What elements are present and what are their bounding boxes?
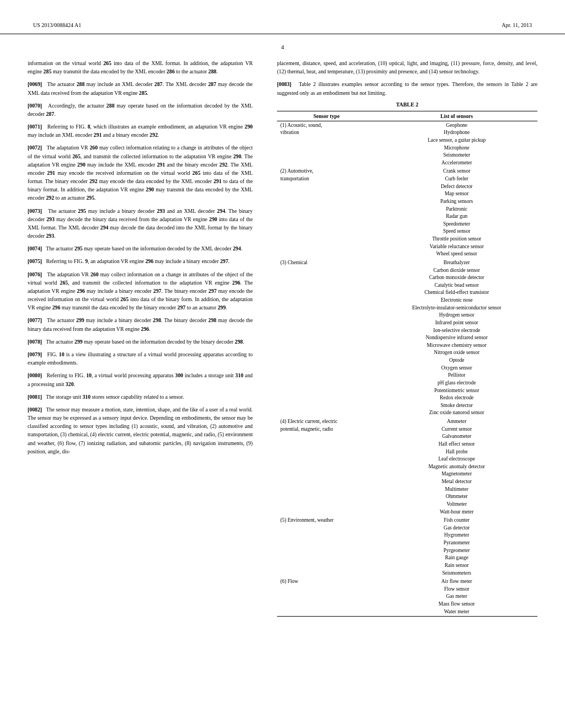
para-0076: [0076] The adaptation VR 260 may collect… [28, 270, 253, 312]
table-header-type: Sensor type [277, 111, 376, 121]
table-row: (1) Acoustic, sound,vibration GeophoneHy… [277, 121, 537, 167]
sensor-item: Speedometer [379, 221, 534, 228]
sensor-item: Map sensor [379, 190, 534, 198]
table-title: TABLE 2 [277, 101, 537, 108]
para-0081: [0081] The storage unit 310 stores senso… [28, 393, 253, 401]
sensor-type-cell: (6) Flow [277, 577, 376, 617]
sensor-item: Carbon dioxide sensor [379, 267, 534, 275]
right-column: placement, distance, speed, and accelera… [265, 59, 537, 617]
sensor-item: Water meter [379, 608, 534, 616]
sensor-item: Ohmmeter [379, 493, 534, 501]
table-header-list: List of sensors [376, 111, 537, 121]
sensor-item: Current sensor [379, 426, 534, 433]
sensor-item: Gas meter [379, 593, 534, 601]
sensor-item: Galvanometer [379, 433, 534, 441]
sensor-table: Sensor type List of sensors (1) Acoustic… [277, 111, 537, 617]
sensor-type-cell: (1) Acoustic, sound,vibration [277, 121, 376, 167]
table-row: (3) Chemical BreathalyzerCarbon dioxide … [277, 259, 537, 417]
sensor-item: Hygrometer [379, 532, 534, 539]
sensor-item: Redox electrode [379, 394, 534, 402]
para-0070: [0070] Accordingly, the actuator 288 may… [28, 101, 253, 118]
para-0079: [0079] FIG. 10 is a view illustrating a … [28, 350, 253, 367]
sensor-item: Ion-selective electrode [379, 327, 534, 335]
patent-number: US 2013/0088424 A1 [33, 22, 81, 28]
sensor-type-cell: (5) Environment, weather [277, 516, 376, 577]
sensor-item: Nondispersive infrared sensor [379, 334, 534, 342]
para-0080: [0080] Referring to FIG. 10, a virtual w… [28, 371, 253, 388]
sensor-item: Electronic nose [379, 297, 534, 304]
sensor-list-cell: Fish counterGas detectorHygrometerPyrano… [376, 516, 537, 577]
sensor-item: Gas detector [379, 524, 534, 532]
sensor-item: Accelerometer [379, 159, 534, 167]
sensor-list-cell: AmmeterCurrent sensorGalvanometerHall ef… [376, 417, 537, 516]
sensor-item: Pyranometer [379, 539, 534, 547]
para-intro: information on the virtual world 265 int… [28, 59, 253, 76]
sensor-list-cell: Crank sensorCurb feelerDefect detectorMa… [376, 167, 537, 259]
sensor-item: Speed sensor [379, 228, 534, 235]
para-0077: [0077] The actuator 299 may include a bi… [28, 316, 253, 333]
page: US 2013/0088424 A1 Apr. 11, 2013 4 infor… [0, 0, 565, 728]
content-columns: information on the virtual world 265 int… [0, 59, 565, 617]
sensor-item: Microwave chemistry sensor [379, 342, 534, 350]
para-0082: [0082] The sensor may measure a motion, … [28, 405, 253, 456]
sensor-item: Radar gun [379, 213, 534, 221]
para-0069: [0069] The actuator 288 may include an X… [28, 80, 253, 97]
sensor-item: Hydrophone [379, 129, 534, 137]
sensor-item: Electrolyte-insulator-semiconductor sens… [379, 304, 534, 312]
sensor-item: Flow sensor [379, 586, 534, 593]
sensor-type-cell: (2) Automotive,transportation [277, 167, 376, 259]
sensor-item: Rain gauge [379, 554, 534, 562]
patent-date: Apr. 11, 2013 [502, 22, 532, 28]
sensor-item: Fish counter [379, 517, 534, 524]
sensor-list-cell: GeophoneHydrophoneLace sensor, a guitar … [376, 121, 537, 167]
sensor-item: Parktronic [379, 206, 534, 213]
sensor-item: Throttle position sensor [379, 235, 534, 243]
sensor-list-cell: Air flow meterFlow sensorGas meterMass f… [376, 577, 537, 617]
sensor-item: pH glass electrode [379, 379, 534, 387]
sensor-type-cell: (4) Electric current, electricpotential,… [277, 417, 376, 516]
sensor-item: Rain sensor [379, 562, 534, 570]
table-row: (2) Automotive,transportation Crank sens… [277, 167, 537, 259]
sensor-item: Pyrgeometer [379, 547, 534, 555]
para-continued: placement, distance, speed, and accelera… [277, 59, 537, 76]
sensor-item: Lace sensor, a guitar pickup [379, 137, 534, 144]
sensor-item: Seismometer [379, 152, 534, 159]
para-0083: [0083] Table 2 illustrates examples sens… [277, 80, 537, 97]
sensor-item: Pellistor [379, 372, 534, 379]
sensor-item: Defect detector [379, 183, 534, 191]
table-row: (6) Flow Air flow meterFlow sensorGas me… [277, 577, 537, 617]
sensor-item: Oxygen sensor [379, 365, 534, 372]
para-0074: [0074] The actuator 295 may operate base… [28, 244, 253, 253]
sensor-item: Optode [379, 357, 534, 365]
sensor-item: Curb feeler [379, 175, 534, 183]
sensor-item: Leaf electroscope [379, 456, 534, 463]
page-header: US 2013/0088424 A1 Apr. 11, 2013 [0, 22, 565, 34]
para-0072: [0072] The adaptation VR 260 may collect… [28, 143, 253, 202]
para-0075: [0075] Referring to FIG. 9, an adaptatio… [28, 257, 253, 265]
page-number: 4 [0, 44, 565, 50]
sensor-item: Crank sensor [379, 168, 534, 175]
sensor-item: Mass flow sensor [379, 601, 534, 608]
sensor-item: Microphone [379, 144, 534, 152]
sensor-item: Breathalyzer [379, 259, 534, 267]
sensor-item: Watt-hour meter [379, 508, 534, 516]
sensor-item: Zinc oxide nanorod sensor [379, 409, 534, 417]
sensor-item: Ammeter [379, 418, 534, 426]
sensor-item: Smoke detector [379, 402, 534, 410]
left-column: information on the virtual world 265 int… [28, 59, 265, 617]
para-0073: [0073] The actuator 295 may include a bi… [28, 207, 253, 240]
sensor-item: Chemical field-effect transistor [379, 289, 534, 297]
sensor-item: Magnetometer [379, 470, 534, 478]
table-row: (5) Environment, weather Fish counterGas… [277, 516, 537, 577]
sensor-item: Nitrogen oxide sensor [379, 349, 534, 357]
sensor-item: Potentiometric sensor [379, 387, 534, 395]
sensor-item: Geophone [379, 122, 534, 130]
sensor-item: Hall effect sensor [379, 441, 534, 448]
sensor-item: Carbon monoxide detector [379, 274, 534, 282]
sensor-item: Hall probe [379, 448, 534, 456]
para-0071: [0071] Referring to FIG. 8, which illust… [28, 122, 253, 139]
sensor-type-cell: (3) Chemical [277, 259, 376, 417]
sensor-item: Infrared point sensor [379, 319, 534, 327]
para-0078: [0078] The actuator 299 may operate base… [28, 338, 253, 346]
sensor-item: Metal detector [379, 478, 534, 486]
